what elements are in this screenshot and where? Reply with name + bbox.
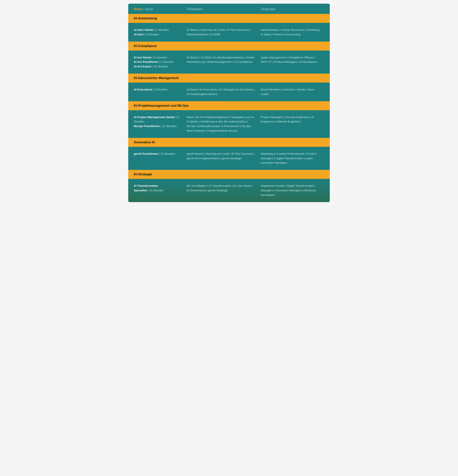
col-header-skills: Fähigkeiten <box>187 7 261 11</box>
table-row: AI User Starter | 4 Stunden AI User | 8 … <box>128 23 330 42</box>
skills-cell: genAI-Basics | Nutzung von LLMs | KI-Too… <box>187 152 261 165</box>
category-header-generative-ki: Generative KI <box>128 138 330 147</box>
name-cell: AI Executives | 9 Stunden <box>134 87 187 96</box>
name-cell: AI Act Starter | 5 Stunden AI Act Practi… <box>134 55 187 69</box>
course-name: AI Transformation <box>134 184 158 187</box>
course-duration: | 6 Stunden <box>158 60 174 63</box>
category-header-ki-management: KI-fokussiertes Management <box>128 74 330 83</box>
target-cell: Department Heads | Digital Transformatio… <box>261 184 324 197</box>
skills-cell: ML-Grundlagen | KI-Transformation | KI U… <box>187 184 261 197</box>
target-cell: Administration | Human Resources | Marke… <box>261 28 324 37</box>
name-cell: AI Project Management Starter | 6 Stunde… <box>134 115 187 133</box>
course-duration: | 15 Stunden <box>147 189 164 192</box>
main-container: Name | Dauer Fähigkeiten Zielgruppe KI-A… <box>128 4 330 202</box>
category-header-ki-anwendung: KI-Anwendung <box>128 14 330 23</box>
skills-cell: KI-Basics für Executives | KI-Strategie … <box>187 87 261 96</box>
header-name-rest: | Dauer <box>142 7 153 11</box>
table-header: Name | Dauer Fähigkeiten Zielgruppe <box>128 4 330 14</box>
course-name: AI User Starter <box>134 28 154 31</box>
course-name: MLOps Practitioner <box>134 125 160 128</box>
course-duration: | 4 Stunden <box>154 28 169 31</box>
course-duration: | 5 Stunden <box>152 56 167 59</box>
course-duration: | 9 Stunden <box>152 88 167 91</box>
name-cell: AI User Starter | 4 Stunden AI User | 8 … <box>134 28 187 37</box>
category-header-ki-strategie: KI-Strategie <box>128 170 330 179</box>
course-name: genAI Practitioner <box>134 152 158 155</box>
skills-cell: Basics für KI-Projektmanagement | Naviga… <box>187 115 261 133</box>
course-name: AI Act Practitioner <box>134 60 158 63</box>
course-name: AI User <box>134 33 144 36</box>
course-duration: | 10 Stunden <box>160 125 177 128</box>
skills-cell: KI-Basics | Nutzung von LLMs | KI-Tool S… <box>187 28 261 37</box>
course-name: AI Project Management Starter <box>134 116 175 119</box>
course-name: AI Act Expert <box>134 65 152 68</box>
category-header-ki-compliance: KI-Compliance <box>128 42 330 51</box>
course-name: AI Act Starter <box>134 56 152 59</box>
category-header-ki-projektmanagement: KI-Projektmanagement und MLOps <box>128 101 330 110</box>
target-cell: Upper Management | Compliance Officers |… <box>261 55 324 69</box>
name-cell: AI Transformation Specialist | 15 Stunde… <box>134 184 187 197</box>
course-name: AI Executives <box>134 88 152 91</box>
table-row: genAI Practitioner | 15 Stunden genAI-Ba… <box>128 147 330 170</box>
target-cell: Marketing & Content Professionals | Prod… <box>261 152 324 165</box>
course-duration: | 26 Stunden <box>152 65 168 68</box>
table-row: AI Executives | 9 Stunden KI-Basics für … <box>128 83 330 101</box>
target-cell: Project Managers | DevOps Engineers | AI… <box>261 115 324 133</box>
table-row: AI Act Starter | 5 Stunden AI Act Practi… <box>128 51 330 74</box>
course-duration: | 8 Stunden <box>144 33 159 36</box>
col-header-name: Name | Dauer <box>134 7 187 11</box>
table-row: AI Project Management Starter | 6 Stunde… <box>128 110 330 138</box>
name-cell: genAI Practitioner | 15 Stunden <box>134 152 187 165</box>
table-row: AI Transformation Specialist | 15 Stunde… <box>128 179 330 202</box>
skills-cell: KI-Basics | KI-Ethik | KI-Handlungskompe… <box>187 55 261 69</box>
course-duration: | 15 Stunden <box>158 152 175 155</box>
header-name-bold: Name <box>134 7 142 11</box>
col-header-target: Zielgruppe <box>261 7 324 11</box>
course-name: Specialist <box>134 189 147 192</box>
target-cell: Board Members | Directors | Heads | Team… <box>261 87 324 96</box>
